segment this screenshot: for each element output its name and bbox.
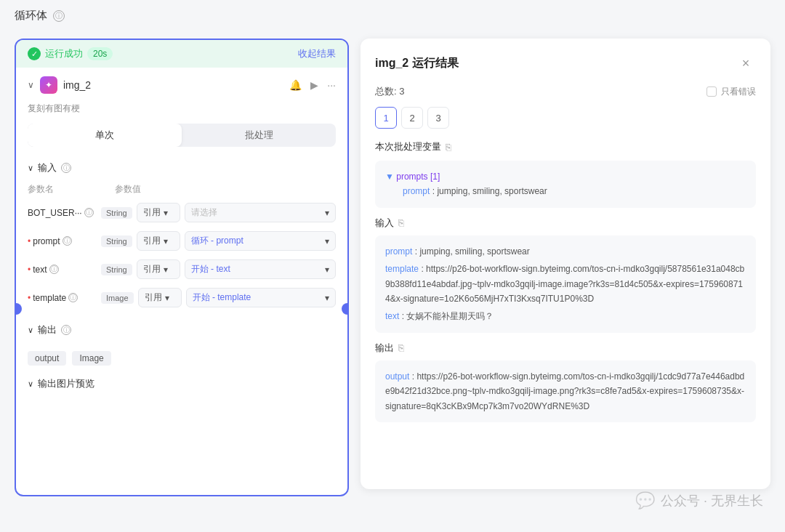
copy-input-icon[interactable]: ⎘ xyxy=(398,217,404,228)
param-info-icon-text[interactable]: ⓘ xyxy=(49,265,59,274)
col-header-value: 参数值 xyxy=(115,183,336,196)
param-row-botusr: BOT_USER··· ⓘ String 引用 ▾ 请选择 ▾ xyxy=(16,198,347,227)
param-name-text: • text ⓘ xyxy=(28,265,97,275)
expand-arrow[interactable]: ▼ xyxy=(385,172,396,182)
info-icon[interactable]: ⓘ xyxy=(53,10,65,22)
output-result-header: 输出 ⎘ xyxy=(375,342,756,355)
required-dot-template: • xyxy=(28,293,31,303)
success-text: 运行成功 xyxy=(45,47,83,60)
param-value-prompt[interactable]: 循环 - prompt ▾ xyxy=(185,231,336,251)
main-content: ✓ 运行成功 20s 收起结果 ∨ ✦ img_2 🔔 ▶ ··· 复刻有图有梗… xyxy=(0,31,785,504)
chevron-input-icon: ∨ xyxy=(28,164,33,173)
prompts-key: prompts [1] xyxy=(396,172,440,182)
prompt-value: jumping, smiling, sportswear xyxy=(437,186,547,196)
output-url-row: output : https://p26-bot-workflow-sign.b… xyxy=(385,369,746,414)
page-numbers: 1 2 3 xyxy=(375,107,756,129)
batch-var-title: 本次批处理变量 xyxy=(375,140,441,153)
collapse-link[interactable]: 收起结果 xyxy=(298,47,336,60)
param-value-text[interactable]: 开始 - text ▾ xyxy=(185,259,336,279)
param-value-template[interactable]: 开始 - template ▾ xyxy=(186,288,336,307)
param-mode-text[interactable]: 引用 ▾ xyxy=(137,259,180,279)
output-url-value: https://p26-bot-workflow-sign.byteimg.co… xyxy=(385,371,744,411)
input-section-title: 输入 xyxy=(38,161,57,174)
only-error-toggle[interactable]: 只看错误 xyxy=(706,86,756,98)
prompt-key: prompt xyxy=(403,186,430,196)
page-header: 循环体 ⓘ xyxy=(0,0,785,31)
connector-dot-left xyxy=(15,303,22,315)
watermark-text: 公众号 · 无界生长 xyxy=(661,492,763,504)
total-count: 总数: 3 xyxy=(375,85,404,98)
only-error-checkbox[interactable] xyxy=(706,86,717,97)
watermark: 💬 公众号 · 无界生长 xyxy=(635,491,763,504)
close-button[interactable]: × xyxy=(736,53,756,73)
prompts-var-block: ▼ prompts [1] prompt : jumping, smiling,… xyxy=(375,161,756,208)
output-key: output xyxy=(385,371,409,382)
connector-dot-right xyxy=(342,303,349,315)
param-type-prompt: String xyxy=(101,235,132,247)
param-type-template: Image xyxy=(101,292,134,304)
alert-icon[interactable]: 🔔 xyxy=(289,79,302,91)
param-value-botusr[interactable]: 请选择 ▾ xyxy=(185,203,336,222)
input-result-block: prompt : jumping, smiling, sportswear te… xyxy=(375,235,756,333)
chevron-output-icon: ∨ xyxy=(28,326,33,335)
success-icon: ✓ xyxy=(28,47,41,60)
output-tags-container: output Image xyxy=(16,342,347,371)
input-template-value: https://p26-bot-workflow-sign.byteimg.co… xyxy=(385,264,744,304)
more-icon[interactable]: ··· xyxy=(327,79,336,91)
param-mode-prompt[interactable]: 引用 ▾ xyxy=(137,231,180,251)
output-image-preview-section: ∨ 输出图片预览 xyxy=(16,371,347,402)
play-icon[interactable]: ▶ xyxy=(310,79,318,91)
input-text-key: text xyxy=(385,311,399,321)
preview-header: ∨ 输出图片预览 xyxy=(28,377,336,390)
input-text-value: 女娲不能补星期天吗？ xyxy=(406,311,494,321)
tab-bar: 单次 批处理 xyxy=(28,124,336,147)
node-description: 复刻有图有梗 xyxy=(16,102,347,124)
param-mode-botusr[interactable]: 引用 ▾ xyxy=(137,203,180,222)
col-header-name: 参数名 xyxy=(28,183,115,196)
input-info-icon[interactable]: ⓘ xyxy=(61,163,71,173)
param-info-icon-prompt[interactable]: ⓘ xyxy=(63,236,72,246)
preview-section-title: 输出图片预览 xyxy=(38,377,94,390)
batch-var-header: 本次批处理变量 ⎘ xyxy=(375,140,756,153)
page-num-1[interactable]: 1 xyxy=(375,107,397,129)
page-num-3[interactable]: 3 xyxy=(427,107,449,129)
input-result-header: 输入 ⎘ xyxy=(375,217,756,230)
wechat-icon: 💬 xyxy=(635,491,655,504)
node-type-icon: ✦ xyxy=(40,76,57,94)
input-section-header: ∨ 输入 ⓘ xyxy=(16,156,347,180)
output-section-header: ∨ 输出 ⓘ xyxy=(16,318,347,342)
tab-batch[interactable]: 批处理 xyxy=(182,124,336,147)
chevron-down-icon: ∨ xyxy=(28,80,34,90)
param-row-prompt: • prompt ⓘ String 引用 ▾ 循环 - prompt ▾ xyxy=(16,227,347,255)
success-bar: ✓ 运行成功 20s 收起结果 xyxy=(16,40,347,68)
param-row-text: • text ⓘ String 引用 ▾ 开始 - text ▾ xyxy=(16,255,347,283)
required-dot-text: • xyxy=(28,265,31,275)
page-num-2[interactable]: 2 xyxy=(401,107,423,129)
node-card: ✓ 运行成功 20s 收起结果 ∨ ✦ img_2 🔔 ▶ ··· 复刻有图有梗… xyxy=(15,39,349,496)
input-template-row: template : https://p26-bot-workflow-sign… xyxy=(385,262,746,306)
output-info-icon[interactable]: ⓘ xyxy=(61,325,71,335)
page-title: 循环体 xyxy=(15,9,47,23)
output-result-block: output : https://p26-bot-workflow-sign.b… xyxy=(375,360,756,422)
node-title-left: ∨ ✦ img_2 xyxy=(28,76,91,94)
node-name: img_2 xyxy=(63,79,91,91)
output-tags: output Image xyxy=(28,351,336,366)
tab-single[interactable]: 单次 xyxy=(28,124,182,147)
param-name-prompt: • prompt ⓘ xyxy=(28,236,97,246)
success-badge: ✓ 运行成功 20s xyxy=(28,47,113,60)
node-actions: 🔔 ▶ ··· xyxy=(289,79,336,91)
param-mode-template[interactable]: 引用 ▾ xyxy=(138,288,182,307)
input-prompt-row: prompt : jumping, smiling, sportswear xyxy=(385,244,746,259)
copy-output-icon[interactable]: ⎘ xyxy=(398,342,404,353)
param-info-icon-template[interactable]: ⓘ xyxy=(68,293,78,302)
param-type-text: String xyxy=(101,264,132,275)
input-prompt-value: jumping, smiling, sportswear xyxy=(419,246,529,257)
param-name-botusr: BOT_USER··· ⓘ xyxy=(28,208,97,218)
input-text-row: text : 女娲不能补星期天吗？ xyxy=(385,309,746,323)
output-tag-output: output xyxy=(28,351,66,366)
copy-icon[interactable]: ⎘ xyxy=(446,142,451,153)
param-info-icon[interactable]: ⓘ xyxy=(84,208,94,217)
input-prompt-key: prompt xyxy=(385,246,412,257)
node-header: ∨ ✦ img_2 🔔 ▶ ··· xyxy=(16,68,347,102)
prompts-arrow: ▼ prompts [1] xyxy=(385,169,746,184)
